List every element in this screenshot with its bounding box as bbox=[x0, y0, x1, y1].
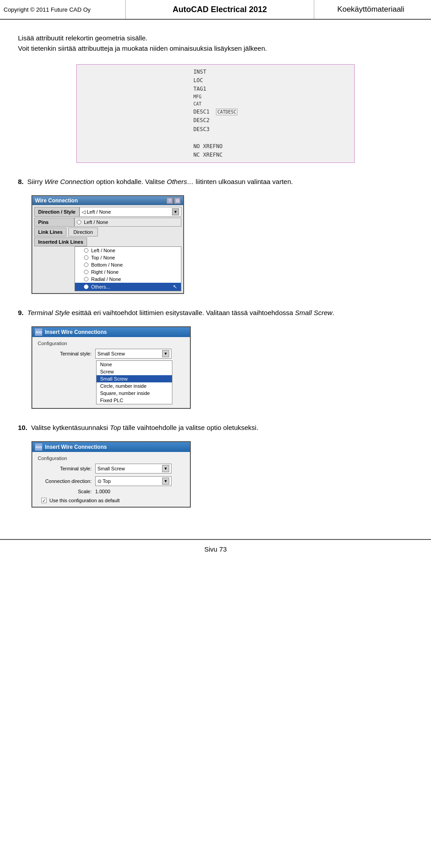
iwc2-title-icon: Aio bbox=[35, 443, 42, 451]
iwc2-body: Configuration Terminal style: Small Scre… bbox=[32, 452, 190, 507]
iwc2-terminal-arrow[interactable]: ▼ bbox=[162, 465, 169, 472]
wc-inserted-row: Inserted Link Lines bbox=[34, 237, 181, 246]
iwc2-scale-value: 1.0000 bbox=[95, 489, 110, 494]
main-content: Lisää attribuutit relekortin geometria s… bbox=[0, 20, 431, 530]
iwc2-terminal-dropdown[interactable]: Small Screw ▼ bbox=[95, 464, 172, 473]
insert-wire-1-screenshot: Aio Insert Wire Connections Configuratio… bbox=[31, 326, 191, 409]
iwc1-terminal-row: Terminal style: Small Screw ▼ bbox=[38, 349, 185, 359]
intro-paragraph: Lisää attribuutit relekortin geometria s… bbox=[18, 33, 413, 53]
iwc1-item-fixed[interactable]: Fixed PLC bbox=[97, 397, 172, 404]
wc-pins-label: Pins bbox=[34, 218, 75, 227]
wc-direction-arrow[interactable]: ▼ bbox=[172, 208, 179, 215]
iwc1-terminal-arrow[interactable]: ▼ bbox=[162, 350, 169, 357]
iwc2-direction-label: Connection direction: bbox=[38, 478, 92, 484]
wc-link-lines-row: Link Lines Direction bbox=[34, 228, 181, 237]
iwc2-terminal-row: Terminal style: Small Screw ▼ bbox=[38, 464, 185, 473]
wc-dropdown-list: Left / None Top / None Bottom / None Rig… bbox=[75, 246, 181, 291]
iwc1-body: Configuration Terminal style: Small Scre… bbox=[32, 337, 190, 408]
iwc1-item-screw[interactable]: Screw bbox=[97, 368, 172, 375]
iwc2-titlebar: Aio Insert Wire Connections bbox=[32, 442, 190, 452]
header: Copyright © 2011 Future CAD Oy AutoCAD E… bbox=[0, 0, 431, 20]
iwc2-default-checkbox[interactable]: ✓ bbox=[41, 498, 47, 503]
iwc2-terminal-label: Terminal style: bbox=[38, 466, 92, 471]
iwc2-direction-row: Connection direction: ⊙ Top ▼ bbox=[38, 476, 185, 486]
iwc1-terminal-list: None Screw Small Screw Circle, number in… bbox=[96, 360, 172, 404]
cad-diagram: INST LOC TAG1 MFG CAT DESC1 CATDESC DESC… bbox=[76, 64, 355, 163]
header-subtitle: Koekäyttömateriaali bbox=[314, 0, 431, 19]
header-title: AutoCAD Electrical 2012 bbox=[126, 0, 314, 19]
insert-wire-2-screenshot: Aio Insert Wire Connections Configuratio… bbox=[31, 441, 191, 508]
iwc2-direction-arrow[interactable]: ▼ bbox=[162, 478, 169, 485]
wc-resize-icon: ⊡ bbox=[174, 197, 180, 204]
wc-item-right[interactable]: Right / None bbox=[75, 268, 181, 276]
wc-pins-row: Pins Left / None bbox=[34, 218, 181, 227]
section-8-text: 8. Siirry Wire Connection option kohdall… bbox=[18, 176, 413, 187]
iwc1-title-icon: Aio bbox=[35, 329, 42, 336]
page-number: Sivu 73 bbox=[0, 540, 431, 557]
wc-item-top[interactable]: Top / None bbox=[75, 254, 181, 261]
wc-item-bottom[interactable]: Bottom / None bbox=[75, 261, 181, 268]
iwc1-item-circle[interactable]: Circle, number inside bbox=[97, 382, 172, 390]
insert-wire-2-window: Aio Insert Wire Connections Configuratio… bbox=[31, 441, 191, 508]
iwc1-item-none[interactable]: None bbox=[97, 361, 172, 368]
iwc1-item-square[interactable]: Square, number inside bbox=[97, 390, 172, 397]
wire-connection-window: Wire Connection ? ⊡ Direction / Style ◁ … bbox=[31, 195, 184, 294]
section-10-text: 10. Valitse kytkentäsuunnaksi Top tälle … bbox=[18, 422, 413, 433]
wc-direction-btn[interactable]: Direction bbox=[68, 228, 97, 237]
iwc1-terminal-dropdown[interactable]: Small Screw ▼ bbox=[95, 349, 172, 359]
wc-titlebar: Wire Connection ? ⊡ bbox=[32, 196, 183, 205]
iwc2-direction-dropdown[interactable]: ⊙ Top ▼ bbox=[95, 476, 172, 486]
iwc2-checkbox-label: Use this configuration as default bbox=[49, 498, 120, 503]
wc-item-others[interactable]: Others... ↖ bbox=[75, 283, 181, 291]
wc-link-label: Link Lines bbox=[34, 228, 66, 237]
wc-pins-value: Left / None bbox=[75, 218, 181, 227]
iwc1-config-label: Configuration bbox=[38, 341, 185, 346]
iwc2-scale-row: Scale: 1.0000 bbox=[38, 489, 185, 494]
iwc2-config-label: Configuration bbox=[38, 456, 185, 461]
iwc1-terminal-label: Terminal style: bbox=[38, 351, 92, 356]
iwc1-item-small-screw[interactable]: Small Screw bbox=[97, 375, 172, 382]
wc-direction-row: Direction / Style ◁ Left / None ▼ bbox=[34, 207, 181, 217]
cad-content: INST LOC TAG1 MFG CAT DESC1 CATDESC DESC… bbox=[194, 68, 238, 160]
wc-help-icon: ? bbox=[167, 197, 173, 204]
wc-inserted-label: Inserted Link Lines bbox=[34, 237, 87, 246]
wc-direction-dropdown[interactable]: ◁ Left / None ▼ bbox=[79, 207, 181, 217]
wire-connection-screenshot: Wire Connection ? ⊡ Direction / Style ◁ … bbox=[31, 195, 184, 294]
wc-direction-label: Direction / Style bbox=[34, 207, 79, 217]
wc-item-radial[interactable]: Radial / None bbox=[75, 276, 181, 283]
iwc2-scale-label: Scale: bbox=[38, 489, 92, 494]
section-9-text: 9. Terminal Style esittää eri vaihtoehdo… bbox=[18, 307, 413, 318]
header-copyright: Copyright © 2011 Future CAD Oy bbox=[0, 0, 126, 19]
iwc1-titlebar: Aio Insert Wire Connections bbox=[32, 327, 190, 337]
wc-item-left[interactable]: Left / None bbox=[75, 247, 181, 254]
wc-body: Direction / Style ◁ Left / None ▼ Pins L… bbox=[32, 205, 183, 293]
insert-wire-1-window: Aio Insert Wire Connections Configuratio… bbox=[31, 326, 191, 409]
iwc2-checkbox-row: ✓ Use this configuration as default bbox=[41, 498, 185, 503]
